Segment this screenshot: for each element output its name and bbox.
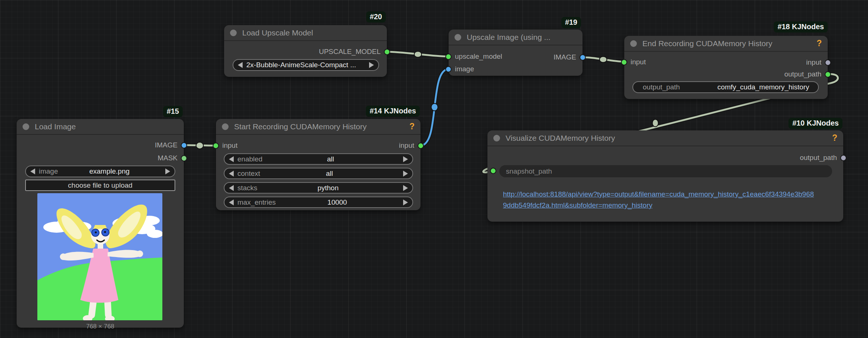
combo-next-icon[interactable] [369,62,374,68]
wire-dot [652,119,658,127]
context-combo[interactable]: context all [224,168,413,179]
output-label: UPSCALE_MODEL [319,48,381,56]
help-icon[interactable]: ? [832,133,837,143]
node-badge-14: #14 KJNodes [366,106,420,117]
button-label: choose file to upload [68,181,132,190]
collapse-dot-icon[interactable] [23,123,29,130]
output-port-mask[interactable] [181,155,187,161]
output-port-upscale-model[interactable] [384,49,390,55]
output-label: input [806,58,821,66]
drawing-girl-with-wings [37,193,162,320]
output-port-input[interactable] [825,59,831,66]
output-label: output_path [800,154,837,162]
image-size-caption: 768 × 768 [17,323,184,330]
input-port-upscale-model[interactable] [445,54,452,60]
snapshot-path-input[interactable]: snapshot_path [499,165,832,177]
combo-value: 2x-Bubble-AnimeScale-Compact ... [246,61,356,69]
node-title: Load Upscale Model [242,28,313,37]
combo-value: 10000 [327,198,351,206]
node-title-bar[interactable]: End Recording CUDAMemory History ? [624,36,828,52]
combo-label: max_entries [237,198,276,206]
output-label: output_path [784,70,821,78]
combo-prev-icon[interactable] [229,171,234,177]
combo-label: context [237,170,260,178]
combo-prev-icon[interactable] [229,185,234,191]
combo-prev-icon[interactable] [238,62,243,68]
snapshot-placeholder: snapshot_path [506,167,552,175]
output-label: input [399,141,414,150]
wire-dot [196,142,203,149]
collapse-dot-icon[interactable] [493,135,500,141]
output-label: IMAGE [554,53,576,61]
collapse-dot-icon[interactable] [630,40,637,47]
input-port-snapshot-path[interactable] [490,168,496,174]
combo-label: stacks [237,184,257,192]
field-label: output_path [643,83,680,91]
input-label: upscale_model [455,52,502,61]
output-port-image[interactable] [181,142,187,148]
combo-prev-icon[interactable] [229,199,234,205]
node-title: Start Recording CUDAMemory History [234,122,367,131]
node-title-bar[interactable]: Upscale Image (using ... [449,30,582,45]
combo-next-icon[interactable] [403,199,408,205]
combo-next-icon[interactable] [403,171,408,177]
image-file-combo[interactable]: image example.png [25,165,175,177]
collapse-dot-icon[interactable] [230,30,237,36]
combo-next-icon[interactable] [165,168,170,174]
help-icon[interactable]: ? [817,38,822,48]
node-title: Load Image [35,122,76,131]
node-title-bar[interactable]: Visualize CUDAMemory History ? [487,130,843,146]
node-badge-19: #19 [561,17,581,28]
output-path-field[interactable]: output_path comfy_cuda_memory_history [632,81,819,93]
collapse-dot-icon[interactable] [455,34,461,41]
enabled-combo[interactable]: enabled all [224,153,413,165]
node-badge-20: #20 [366,11,386,23]
image-preview [37,193,162,320]
combo-next-icon[interactable] [403,156,408,162]
combo-label: enabled [237,155,263,163]
input-port-image[interactable] [445,66,452,72]
memory-history-link-line2[interactable]: 9ddb549fdcf2a.html&subfolder=memory_hist… [503,200,814,211]
node-upscale-image[interactable]: Upscale Image (using ... upscale_model i… [449,30,582,76]
combo-value: all [326,170,337,178]
output-port-input[interactable] [418,143,424,149]
node-title-bar[interactable]: Load Image [17,119,184,135]
wire-dot [431,103,438,111]
model-name-combo[interactable]: 2x-Bubble-AnimeScale-Compact ... [233,59,379,71]
result-link-box: http://localhost:8188/api/view?type=outp… [503,189,814,211]
input-port-input[interactable] [213,143,219,149]
output-label: MASK [158,154,178,162]
combo-next-icon[interactable] [403,185,408,191]
combo-prev-icon[interactable] [30,168,35,174]
stacks-combo[interactable]: stacks python [224,182,413,194]
node-load-image[interactable]: Load Image IMAGE MASK image example.png … [17,119,184,328]
combo-value: all [327,155,338,163]
node-start-recording[interactable]: Start Recording CUDAMemory History ? inp… [216,119,421,210]
input-label: input [631,58,646,66]
input-port-input[interactable] [621,59,627,65]
input-label: image [455,65,474,73]
node-badge-18: #18 KJNodes [774,21,828,33]
memory-history-link-line1[interactable]: http://localhost:8188/api/view?type=outp… [503,189,814,200]
max-entries-stepper[interactable]: max_entries 10000 [224,197,413,208]
choose-file-button[interactable]: choose file to upload [25,180,175,191]
output-port-output-path[interactable] [840,155,847,161]
node-end-recording[interactable]: End Recording CUDAMemory History ? input… [624,36,828,99]
output-label: IMAGE [155,141,178,149]
output-port-output-path[interactable] [825,71,831,78]
output-port-image[interactable] [580,54,586,61]
node-visualize[interactable]: Visualize CUDAMemory History ? output_pa… [487,130,843,222]
combo-prev-icon[interactable] [229,156,234,162]
input-label: input [222,141,237,150]
node-title: Upscale Image (using ... [467,33,550,42]
node-graph-canvas[interactable]: #20 #19 #18 KJNodes #15 #14 KJNodes #10 … [0,0,868,338]
help-icon[interactable]: ? [409,122,415,132]
collapse-dot-icon[interactable] [222,123,229,130]
combo-label: image [39,167,58,175]
node-load-upscale-model[interactable]: Load Upscale Model UPSCALE_MODEL 2x-Bubb… [224,25,387,77]
combo-value: example.png [89,167,134,175]
combo-value: python [317,184,343,192]
node-title-bar[interactable]: Start Recording CUDAMemory History ? [216,119,421,135]
node-badge-15: #15 [163,106,183,117]
node-title-bar[interactable]: Load Upscale Model [224,25,387,41]
